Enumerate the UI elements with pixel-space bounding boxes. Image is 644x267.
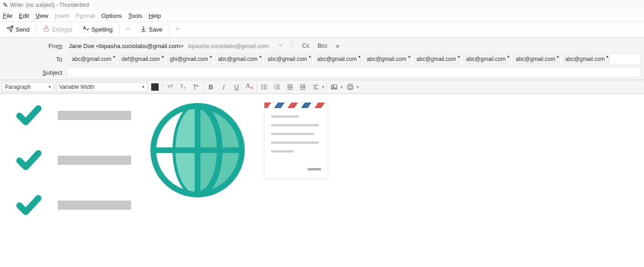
bcc-button[interactable]: Bcc	[318, 42, 328, 49]
header-fields: From Jane Doe <bipasha.sociolabs@gmail.c…	[0, 38, 644, 80]
titlebar: ✎ Write: (no subject) - Thunderbird	[0, 0, 644, 10]
svg-point-27	[349, 86, 349, 87]
recipient-chip[interactable]: ghi@gmail.com	[167, 54, 213, 64]
subject-row: Subject	[0, 66, 644, 79]
recipient-chip[interactable]: abc@gmail.com	[562, 54, 610, 64]
bullet-list-button[interactable]	[259, 82, 270, 93]
italic-button[interactable]: I	[218, 82, 229, 93]
airmail-stripe	[264, 103, 328, 108]
font-family-select[interactable]: Variable Width ▾	[56, 82, 148, 92]
svg-point-28	[351, 86, 351, 87]
send-icon	[6, 25, 14, 34]
encrypt-icon	[43, 25, 50, 34]
insert-image-dropdown[interactable]: ▾	[341, 85, 343, 89]
recipient-chip[interactable]: abc@gmail.com	[215, 54, 263, 64]
checklist-item	[13, 147, 131, 174]
check-icon	[13, 147, 45, 174]
align-button[interactable]	[310, 82, 321, 93]
menu-format: Format	[76, 12, 95, 19]
font-size-increase-button[interactable]: T▴	[190, 82, 201, 93]
svg-point-26	[347, 84, 353, 90]
recipient-chip[interactable]: abc@gmail.com	[413, 54, 461, 64]
menu-options[interactable]: Options	[101, 12, 122, 19]
align-dropdown[interactable]: ▾	[322, 85, 325, 89]
cc-button[interactable]: Cc	[302, 42, 309, 49]
recipient-chip[interactable]: abc@gmail.com	[264, 54, 312, 64]
svg-point-25	[333, 86, 334, 87]
spelling-icon	[82, 25, 89, 34]
save-button[interactable]: Save	[136, 23, 166, 36]
font-size-reset-button[interactable]: T×	[177, 82, 188, 93]
font-family-value: Variable Width	[59, 84, 94, 90]
menu-view[interactable]: View	[35, 12, 48, 19]
bold-button[interactable]: B	[205, 82, 216, 93]
to-label: To	[3, 56, 67, 63]
recipient-chip[interactable]: abc@gmail.com	[363, 54, 411, 64]
insert-emoji-dropdown[interactable]: ▾	[357, 85, 359, 89]
separator	[169, 25, 169, 35]
paragraph-style-select[interactable]: Paragraph ▾	[2, 82, 54, 92]
svg-text:3: 3	[274, 87, 275, 90]
chevron-down-icon: ▾	[49, 84, 51, 89]
separator	[326, 82, 327, 92]
to-row: To abc@gmail.comdef@gmail.comghi@gmail.c…	[0, 52, 644, 66]
signature-line	[308, 168, 321, 170]
menubar: File Edit View Insert Format Options Too…	[0, 10, 644, 22]
from-label: From	[3, 43, 67, 49]
recipient-chip[interactable]: def@gmail.com	[118, 54, 165, 64]
svg-point-1	[262, 85, 262, 85]
separator	[162, 82, 163, 92]
insert-image-button[interactable]	[329, 82, 340, 93]
menu-edit[interactable]: Edit	[19, 12, 29, 19]
recipient-chip[interactable]: abc@gmail.com	[69, 54, 116, 64]
recipient-chip[interactable]: abc@gmail.com	[512, 54, 560, 64]
menu-help[interactable]: Help	[149, 12, 161, 19]
encrypt-label: Encrypt	[52, 26, 72, 33]
message-body[interactable]	[0, 94, 644, 227]
indent-button[interactable]	[297, 82, 308, 93]
placeholder-bar	[58, 156, 131, 165]
main-toolbar: Send Encrypt Spelling Save	[0, 22, 644, 38]
spelling-dropdown[interactable]	[122, 24, 133, 35]
save-dropdown[interactable]	[172, 24, 183, 35]
from-row: From Jane Doe <bipasha.sociolabs@gmail.c…	[0, 39, 644, 52]
checklist-item	[13, 102, 131, 129]
underline-button[interactable]: U	[231, 82, 242, 93]
menu-tools[interactable]: Tools	[128, 12, 142, 19]
subject-label: Subject	[3, 69, 67, 76]
recipient-chip[interactable]: abc@gmail.com	[463, 54, 511, 64]
window-title: Write: (no subject) - Thunderbird	[10, 2, 89, 8]
compose-icon: ✎	[3, 1, 8, 9]
placeholder-bar	[58, 111, 131, 120]
outdent-button[interactable]	[285, 82, 296, 93]
more-recipients-button[interactable]: »	[336, 42, 340, 49]
svg-point-3	[262, 88, 262, 89]
text-color-button[interactable]	[149, 82, 160, 93]
recipient-chip[interactable]: abc@gmail.com	[314, 54, 362, 64]
subject-input[interactable]	[67, 67, 641, 78]
insert-emoji-button[interactable]	[345, 82, 356, 93]
separator	[203, 82, 204, 92]
numbered-list-button[interactable]: 123	[272, 82, 283, 93]
svg-point-2	[262, 87, 262, 87]
placeholder-line	[271, 115, 299, 118]
color-swatch-icon	[151, 83, 159, 91]
globe-graphic	[149, 102, 246, 200]
from-dropdown[interactable]	[278, 43, 283, 49]
check-icon	[13, 102, 45, 129]
send-button[interactable]: Send	[3, 23, 33, 36]
menu-file[interactable]: File	[3, 12, 12, 19]
to-input[interactable]: abc@gmail.comdef@gmail.comghi@gmail.coma…	[67, 53, 641, 65]
remove-format-button[interactable]: A×	[244, 82, 255, 93]
from-account: bipasha.sociolabs@gmail.com	[185, 43, 271, 49]
from-identity[interactable]: Jane Doe <bipasha.sociolabs@gmail.com>	[67, 43, 185, 49]
separator	[36, 25, 36, 35]
separator	[119, 25, 120, 35]
placeholder-line	[271, 133, 314, 135]
font-size-decrease-button[interactable]: ᴛT	[165, 82, 176, 93]
separator	[292, 42, 292, 50]
placeholder-line	[271, 150, 294, 153]
send-label: Send	[16, 26, 29, 33]
checklist-item	[13, 192, 131, 218]
spelling-button[interactable]: Spelling	[78, 23, 116, 36]
